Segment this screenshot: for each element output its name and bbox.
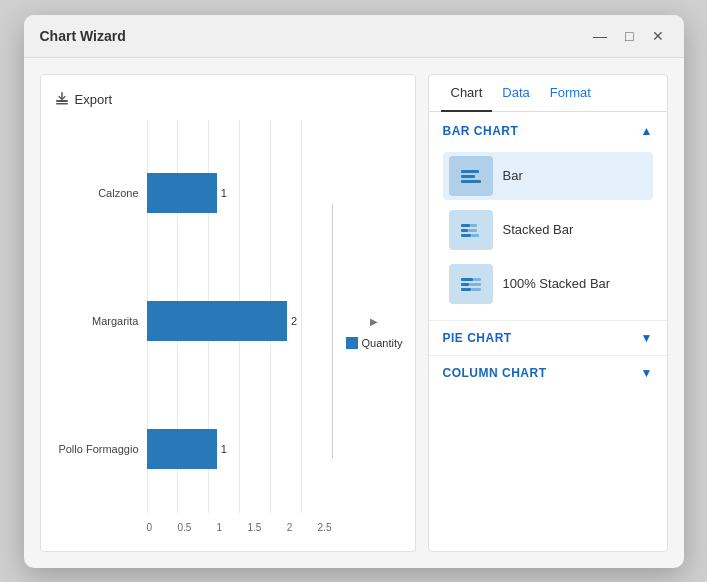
column-chart-chevron-icon: ▼ bbox=[641, 366, 653, 380]
bar-fill bbox=[147, 429, 217, 469]
tabs-bar: Chart Data Format bbox=[429, 75, 667, 112]
bar-row: Pollo Formaggio 1 bbox=[49, 429, 332, 469]
svg-rect-13 bbox=[471, 288, 481, 291]
tab-chart[interactable]: Chart bbox=[441, 75, 493, 112]
svg-rect-16 bbox=[461, 278, 473, 281]
svg-rect-5 bbox=[461, 170, 479, 173]
chart-type-100-stacked-bar[interactable]: 100% Stacked Bar bbox=[443, 260, 653, 308]
bar-value: 1 bbox=[221, 187, 227, 199]
bar-chart-chevron-icon: ▲ bbox=[641, 124, 653, 138]
svg-rect-6 bbox=[461, 234, 471, 237]
minimize-button[interactable]: — bbox=[589, 27, 611, 45]
x-axis-label: 2 bbox=[287, 522, 293, 533]
chart-preview-panel: Export Calzone bbox=[40, 74, 416, 552]
column-chart-section-title: COLUMN CHART bbox=[443, 366, 547, 380]
pie-chart-section-title: PIE CHART bbox=[443, 331, 512, 345]
stacked-bar-icon bbox=[449, 210, 493, 250]
svg-rect-9 bbox=[468, 229, 477, 232]
x-axis-label: 0.5 bbox=[177, 522, 191, 533]
window-title: Chart Wizard bbox=[40, 28, 126, 44]
chart-area: Calzone 1 Margarita 2 bbox=[49, 120, 407, 543]
bar-chart-type-list: Bar bbox=[429, 148, 667, 320]
stacked-bar-label: Stacked Bar bbox=[503, 222, 574, 237]
bar-chart-section-title: BAR CHART bbox=[443, 124, 519, 138]
chart-type-stacked-bar[interactable]: Stacked Bar bbox=[443, 206, 653, 254]
maximize-button[interactable]: □ bbox=[621, 27, 637, 45]
x-axis-label: 2.5 bbox=[318, 522, 332, 533]
bar-chart-section-header[interactable]: BAR CHART ▲ bbox=[429, 112, 667, 148]
bar-label: Pollo Formaggio bbox=[49, 443, 139, 455]
chart-options-panel: Chart Data Format BAR CHART ▲ bbox=[428, 74, 668, 552]
legend-divider bbox=[332, 204, 333, 458]
svg-rect-1 bbox=[56, 103, 68, 105]
bar-value: 2 bbox=[291, 315, 297, 327]
panel-scroll-area[interactable]: BAR CHART ▲ Bar bbox=[429, 112, 667, 551]
100-stacked-bar-icon bbox=[449, 264, 493, 304]
bar-value: 1 bbox=[221, 443, 227, 455]
bar-chart-icon bbox=[449, 156, 493, 196]
export-button[interactable]: Export bbox=[49, 87, 119, 112]
svg-rect-4 bbox=[461, 175, 475, 178]
svg-rect-15 bbox=[469, 283, 481, 286]
svg-rect-7 bbox=[471, 234, 479, 237]
bar-row: Margarita 2 bbox=[49, 301, 332, 341]
svg-rect-10 bbox=[461, 224, 470, 227]
legend-expand-button[interactable]: ▶ bbox=[368, 314, 380, 329]
svg-rect-0 bbox=[56, 100, 68, 102]
bar-fill bbox=[147, 301, 288, 341]
chart-type-bar[interactable]: Bar bbox=[443, 152, 653, 200]
chart-wizard-window: Chart Wizard — □ ✕ Export bbox=[24, 15, 684, 568]
column-chart-section-header[interactable]: COLUMN CHART ▼ bbox=[429, 355, 667, 390]
svg-rect-11 bbox=[470, 224, 477, 227]
bar-track: 1 bbox=[147, 173, 332, 213]
close-button[interactable]: ✕ bbox=[648, 27, 668, 45]
tab-format[interactable]: Format bbox=[540, 75, 601, 112]
x-axis-label: 0 bbox=[147, 522, 153, 533]
export-icon bbox=[55, 91, 69, 108]
svg-rect-3 bbox=[461, 180, 481, 183]
svg-rect-17 bbox=[473, 278, 481, 281]
bar-row: Calzone 1 bbox=[49, 173, 332, 213]
bar-track: 1 bbox=[147, 429, 332, 469]
x-axis-label: 1.5 bbox=[247, 522, 261, 533]
bar-track: 2 bbox=[147, 301, 332, 341]
x-axis-label: 1 bbox=[217, 522, 223, 533]
bar-chart-label: Bar bbox=[503, 168, 523, 183]
svg-rect-2 bbox=[61, 92, 63, 99]
export-label: Export bbox=[75, 92, 113, 107]
legend-area: ▶ Quantity bbox=[332, 120, 407, 543]
pie-chart-section-header[interactable]: PIE CHART ▼ bbox=[429, 320, 667, 355]
window-controls: — □ ✕ bbox=[589, 27, 667, 45]
legend-label: Quantity bbox=[362, 337, 403, 349]
bar-fill bbox=[147, 173, 217, 213]
legend-item: Quantity bbox=[346, 337, 403, 349]
tab-data[interactable]: Data bbox=[492, 75, 539, 112]
legend-color-box bbox=[346, 337, 358, 349]
svg-rect-12 bbox=[461, 288, 471, 291]
pie-chart-chevron-icon: ▼ bbox=[641, 331, 653, 345]
x-axis: 0 0.5 1 1.5 2 2.5 bbox=[147, 522, 332, 533]
svg-rect-8 bbox=[461, 229, 468, 232]
title-bar: Chart Wizard — □ ✕ bbox=[24, 15, 684, 58]
svg-rect-14 bbox=[461, 283, 469, 286]
content-area: Export Calzone bbox=[24, 58, 684, 568]
bar-label: Margarita bbox=[49, 315, 139, 327]
bar-label: Calzone bbox=[49, 187, 139, 199]
100-stacked-bar-label: 100% Stacked Bar bbox=[503, 276, 611, 291]
